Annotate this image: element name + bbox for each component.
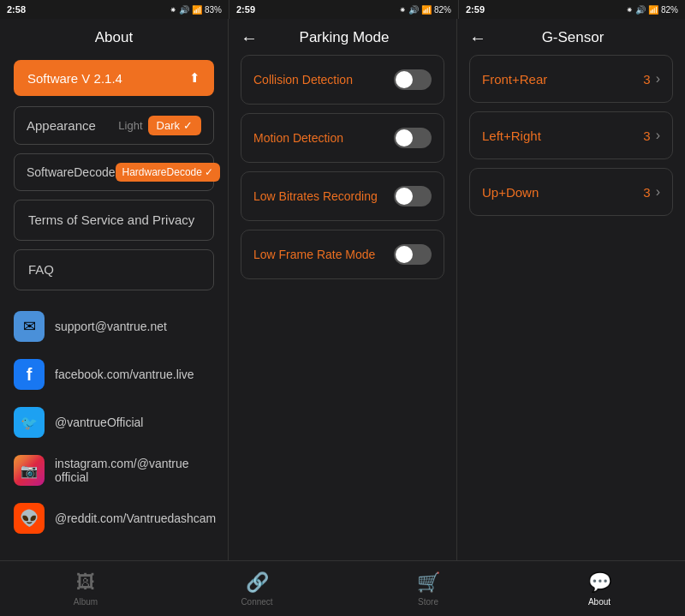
volume-icon2: 🔊 — [408, 5, 419, 15]
front-rear-value-group: 3 › — [643, 71, 660, 87]
motion-toggle-knob — [396, 129, 413, 147]
social-links: ✉ support@vantrue.net f facebook.com/van… — [0, 302, 228, 542]
dark-option[interactable]: Dark ✓ — [148, 116, 201, 135]
parking-time: 2:59 — [236, 4, 255, 15]
bitrates-toggle-knob — [396, 188, 413, 205]
collision-toggle-knob — [396, 71, 413, 88]
email-text: support@vantrue.net — [55, 320, 167, 333]
twitter-text: @vantrueOfficial — [55, 416, 143, 429]
appearance-options: Light Dark ✓ — [118, 116, 201, 135]
battery-gsensor: 82% — [661, 5, 678, 15]
nav-connect[interactable]: 🔗 Connect — [171, 561, 342, 616]
motion-detection-toggle[interactable] — [394, 128, 432, 148]
battery-parking: 82% — [434, 5, 451, 15]
parking-back-button[interactable]: ← — [241, 29, 258, 46]
facebook-social-item[interactable]: f facebook.com/vantrue.live — [9, 350, 219, 398]
appearance-label: Appearance — [27, 118, 96, 133]
instagram-icon: 📷 — [14, 455, 45, 486]
parking-title: Parking Mode — [265, 29, 444, 46]
decode-check-icon: ✓ — [205, 166, 213, 178]
front-rear-value: 3 — [643, 72, 650, 87]
about-status-icons: ⁕ 🔊 📶 83% — [170, 5, 222, 15]
nav-store[interactable]: 🛒 Store — [342, 561, 514, 616]
about-panel: About Software V 2.1.4 ⬆ Appearance Ligh… — [0, 19, 229, 560]
up-down-value-group: 3 › — [643, 184, 660, 200]
twitter-social-item[interactable]: 🐦 @vantrueOfficial — [9, 398, 219, 446]
front-rear-label: Front+Rear — [482, 72, 547, 87]
software-button[interactable]: Software V 2.1.4 ⬆ — [14, 60, 214, 96]
faq-menu-item[interactable]: FAQ — [14, 249, 214, 290]
nav-album[interactable]: 🖼 Album — [0, 561, 171, 616]
facebook-text: facebook.com/vantrue.live — [55, 368, 194, 381]
software-decode-label: SoftwareDecode — [27, 165, 116, 179]
low-frame-rate-toggle[interactable] — [394, 244, 432, 265]
store-icon: 🛒 — [417, 571, 440, 594]
low-bitrates-toggle[interactable] — [394, 186, 432, 206]
twitter-icon: 🐦 — [14, 407, 45, 438]
left-right-chevron-icon: › — [656, 128, 660, 143]
collision-detection-label: Collision Detection — [253, 73, 353, 87]
gsensor-time: 2:59 — [466, 4, 485, 15]
gsensor-back-button[interactable]: ← — [469, 29, 486, 46]
motion-detection-row: Motion Detection — [241, 113, 444, 163]
about-time: 2:58 — [7, 4, 26, 15]
light-option[interactable]: Light — [118, 119, 142, 132]
email-social-item[interactable]: ✉ support@vantrue.net — [9, 302, 219, 350]
about-title: About — [0, 19, 228, 55]
main-panels: About Software V 2.1.4 ⬆ Appearance Ligh… — [0, 19, 685, 560]
software-label: Software V 2.1.4 — [27, 71, 122, 86]
signal-icon: 📶 — [192, 5, 202, 15]
parking-panel: ← Parking Mode Collision Detection Motio… — [229, 19, 457, 560]
battery-about: 83% — [205, 5, 222, 15]
volume-icon3: 🔊 — [635, 5, 646, 15]
framerate-toggle-knob — [396, 246, 413, 263]
terms-menu-item[interactable]: Terms of Service and Privacy — [14, 200, 214, 241]
signal-icon2: 📶 — [421, 5, 432, 15]
parking-status-icons: ⁕ 🔊 📶 82% — [399, 5, 451, 15]
hardware-decode-option[interactable]: HardwareDecode ✓ — [116, 163, 220, 182]
up-down-value: 3 — [643, 185, 650, 200]
gsensor-header: ← G-Sensor — [457, 19, 685, 55]
left-right-value-group: 3 › — [643, 128, 660, 143]
volume-icon: 🔊 — [179, 5, 189, 15]
gsensor-title: G-Sensor — [493, 29, 673, 46]
status-bars: 2:58 ⁕ 🔊 📶 83% 2:59 ⁕ 🔊 📶 82% 2:59 ⁕ 🔊 📶… — [0, 0, 685, 19]
connect-label: Connect — [241, 597, 272, 607]
signal-icon3: 📶 — [648, 5, 658, 15]
bluetooth-icon: ⁕ — [170, 5, 176, 15]
parking-status-bar: 2:59 ⁕ 🔊 📶 82% — [229, 0, 458, 19]
low-bitrates-row: Low Bitrates Recording — [241, 171, 444, 221]
reddit-text: @reddit.com/Vantruedashcam — [55, 511, 216, 525]
bluetooth-icon2: ⁕ — [399, 5, 406, 15]
connect-icon: 🔗 — [246, 571, 269, 594]
left-right-row[interactable]: Left+Right 3 › — [469, 111, 673, 159]
check-icon: ✓ — [183, 119, 193, 132]
about-nav-label: About — [588, 597, 611, 607]
low-bitrates-label: Low Bitrates Recording — [253, 189, 378, 203]
low-frame-rate-row: Low Frame Rate Mode — [241, 230, 444, 279]
up-down-row[interactable]: Up+Down 3 › — [469, 168, 673, 216]
left-right-value: 3 — [643, 129, 650, 143]
email-icon: ✉ — [14, 311, 45, 342]
instagram-social-item[interactable]: 📷 instagram.com/@vantrue official — [9, 446, 219, 494]
gsensor-status-bar: 2:59 ⁕ 🔊 📶 82% — [459, 0, 685, 19]
facebook-icon: f — [14, 359, 45, 390]
reddit-social-item[interactable]: 👽 @reddit.com/Vantruedashcam — [9, 494, 219, 542]
album-icon: 🖼 — [76, 571, 95, 594]
collision-detection-toggle[interactable] — [394, 69, 432, 90]
instagram-text: instagram.com/@vantrue official — [55, 457, 214, 484]
decode-row: SoftwareDecode HardwareDecode ✓ — [14, 153, 214, 191]
gsensor-panel: ← G-Sensor Front+Rear 3 › Left+Right 3 ›… — [457, 19, 685, 560]
collision-detection-row: Collision Detection — [241, 55, 444, 105]
motion-detection-label: Motion Detection — [253, 131, 343, 145]
front-rear-chevron-icon: › — [656, 71, 660, 87]
bottom-navigation: 🖼 Album 🔗 Connect 🛒 Store 💬 About — [0, 560, 685, 616]
low-frame-rate-label: Low Frame Rate Mode — [253, 248, 375, 261]
nav-about[interactable]: 💬 About — [514, 561, 685, 616]
upload-icon: ⬆ — [189, 70, 200, 86]
front-rear-row[interactable]: Front+Rear 3 › — [469, 55, 673, 103]
up-down-chevron-icon: › — [656, 184, 660, 200]
reddit-icon: 👽 — [14, 503, 45, 534]
left-right-label: Left+Right — [482, 129, 541, 143]
album-label: Album — [74, 597, 98, 607]
